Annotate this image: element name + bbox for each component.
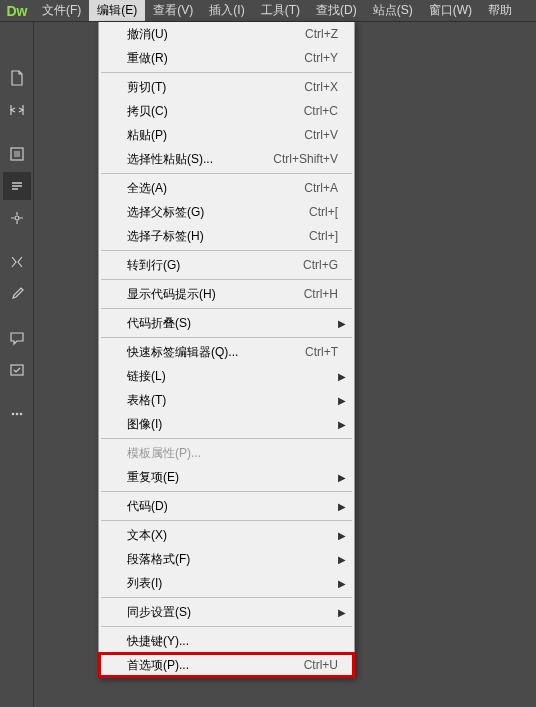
- submenu-arrow-icon: ▶: [338, 395, 346, 406]
- menu-item-label: 图像(I): [127, 416, 346, 433]
- menu-item[interactable]: 代码折叠(S)▶: [99, 311, 354, 335]
- menu-item-label: 表格(T): [127, 392, 346, 409]
- collapse-icon[interactable]: [3, 248, 31, 276]
- menu-item-shortcut: Ctrl+[: [309, 205, 346, 219]
- menu-item-label: 首选项(P)...: [127, 657, 304, 674]
- svg-point-4: [15, 413, 18, 416]
- menu-item-label: 选择父标签(G): [127, 204, 309, 221]
- brush-icon[interactable]: [3, 280, 31, 308]
- menu-1[interactable]: 编辑(E): [89, 0, 145, 21]
- menu-item-shortcut: Ctrl+H: [304, 287, 346, 301]
- menu-item[interactable]: 同步设置(S)▶: [99, 600, 354, 624]
- menu-5[interactable]: 查找(D): [308, 0, 365, 21]
- menu-item[interactable]: 首选项(P)...Ctrl+U: [99, 653, 354, 677]
- menu-item-label: 代码(D): [127, 498, 346, 515]
- menu-item[interactable]: 拷贝(C)Ctrl+C: [99, 99, 354, 123]
- menu-item-label: 列表(I): [127, 575, 346, 592]
- submenu-arrow-icon: ▶: [338, 578, 346, 589]
- app-logo: Dw: [0, 0, 34, 21]
- more-icon[interactable]: [3, 400, 31, 428]
- comment-icon[interactable]: [3, 324, 31, 352]
- submenu-arrow-icon: ▶: [338, 501, 346, 512]
- menu-0[interactable]: 文件(F): [34, 0, 89, 21]
- menu-6[interactable]: 站点(S): [365, 0, 421, 21]
- menu-item[interactable]: 重复项(E)▶: [99, 465, 354, 489]
- menu-item-label: 拷贝(C): [127, 103, 304, 120]
- menu-separator: [101, 438, 352, 439]
- menu-item-shortcut: Ctrl+X: [304, 80, 346, 94]
- menu-item-shortcut: Ctrl+A: [304, 181, 346, 195]
- menu-item[interactable]: 粘贴(P)Ctrl+V: [99, 123, 354, 147]
- menu-item[interactable]: 链接(L)▶: [99, 364, 354, 388]
- menu-item[interactable]: 表格(T)▶: [99, 388, 354, 412]
- menu-item[interactable]: 转到行(G)Ctrl+G: [99, 253, 354, 277]
- menu-item-label: 显示代码提示(H): [127, 286, 304, 303]
- menu-separator: [101, 308, 352, 309]
- menu-item-label: 模板属性(P)...: [127, 445, 346, 462]
- submenu-arrow-icon: ▶: [338, 318, 346, 329]
- menu-item-label: 转到行(G): [127, 257, 303, 274]
- submenu-arrow-icon: ▶: [338, 371, 346, 382]
- list-icon[interactable]: [3, 140, 31, 168]
- menu-2[interactable]: 查看(V): [145, 0, 201, 21]
- submenu-arrow-icon: ▶: [338, 607, 346, 618]
- menu-item-label: 快捷键(Y)...: [127, 633, 346, 650]
- menu-item-shortcut: Ctrl+Shift+V: [273, 152, 346, 166]
- submenu-arrow-icon: ▶: [338, 472, 346, 483]
- menu-separator: [101, 250, 352, 251]
- edit-menu-dropdown: 撤消(U)Ctrl+Z重做(R)Ctrl+Y剪切(T)Ctrl+X拷贝(C)Ct…: [98, 22, 355, 678]
- menu-item-shortcut: Ctrl+]: [309, 229, 346, 243]
- menu-4[interactable]: 工具(T): [253, 0, 308, 21]
- menu-item-shortcut: Ctrl+C: [304, 104, 346, 118]
- svg-point-3: [11, 413, 14, 416]
- svg-point-5: [19, 413, 22, 416]
- menu-item-label: 重复项(E): [127, 469, 346, 486]
- menu-separator: [101, 520, 352, 521]
- menu-item[interactable]: 重做(R)Ctrl+Y: [99, 46, 354, 70]
- lines-icon[interactable]: [3, 172, 31, 200]
- menu-item[interactable]: 代码(D)▶: [99, 494, 354, 518]
- menu-item-label: 重做(R): [127, 50, 304, 67]
- menu-item-shortcut: Ctrl+G: [303, 258, 346, 272]
- left-toolbar: [0, 22, 34, 707]
- menu-item-shortcut: Ctrl+T: [305, 345, 346, 359]
- menu-item[interactable]: 选择子标签(H)Ctrl+]: [99, 224, 354, 248]
- menu-item[interactable]: 选择父标签(G)Ctrl+[: [99, 200, 354, 224]
- menu-item-shortcut: Ctrl+V: [304, 128, 346, 142]
- menu-item[interactable]: 段落格式(F)▶: [99, 547, 354, 571]
- menu-item-label: 同步设置(S): [127, 604, 346, 621]
- menu-item[interactable]: 撤消(U)Ctrl+Z: [99, 22, 354, 46]
- manage-icon[interactable]: [3, 96, 31, 124]
- menu-item[interactable]: 选择性粘贴(S)...Ctrl+Shift+V: [99, 147, 354, 171]
- menu-item[interactable]: 快速标签编辑器(Q)...Ctrl+T: [99, 340, 354, 364]
- menu-separator: [101, 491, 352, 492]
- menu-item[interactable]: 列表(I)▶: [99, 571, 354, 595]
- menu-item-shortcut: Ctrl+Z: [305, 27, 346, 41]
- submenu-arrow-icon: ▶: [338, 554, 346, 565]
- menu-item-shortcut: Ctrl+U: [304, 658, 346, 672]
- menu-item[interactable]: 图像(I)▶: [99, 412, 354, 436]
- menu-item-label: 撤消(U): [127, 26, 305, 43]
- menu-item[interactable]: 剪切(T)Ctrl+X: [99, 75, 354, 99]
- submenu-arrow-icon: ▶: [338, 419, 346, 430]
- menu-item[interactable]: 模板属性(P)...: [99, 441, 354, 465]
- menu-7[interactable]: 窗口(W): [421, 0, 480, 21]
- menu-separator: [101, 597, 352, 598]
- target-icon[interactable]: [3, 204, 31, 232]
- submenu-arrow-icon: ▶: [338, 530, 346, 541]
- menu-3[interactable]: 插入(I): [201, 0, 252, 21]
- menu-separator: [101, 279, 352, 280]
- menu-item-label: 代码折叠(S): [127, 315, 346, 332]
- menu-item-label: 全选(A): [127, 180, 304, 197]
- menu-item[interactable]: 快捷键(Y)...: [99, 629, 354, 653]
- menu-item[interactable]: 显示代码提示(H)Ctrl+H: [99, 282, 354, 306]
- menu-item[interactable]: 文本(X)▶: [99, 523, 354, 547]
- menu-item-label: 选择子标签(H): [127, 228, 309, 245]
- menu-item[interactable]: 全选(A)Ctrl+A: [99, 176, 354, 200]
- wrap-icon[interactable]: [3, 356, 31, 384]
- menu-item-label: 剪切(T): [127, 79, 304, 96]
- file-icon[interactable]: [3, 64, 31, 92]
- svg-point-1: [15, 216, 19, 220]
- menubar: Dw 文件(F)编辑(E)查看(V)插入(I)工具(T)查找(D)站点(S)窗口…: [0, 0, 536, 22]
- menu-8[interactable]: 帮助: [480, 0, 520, 21]
